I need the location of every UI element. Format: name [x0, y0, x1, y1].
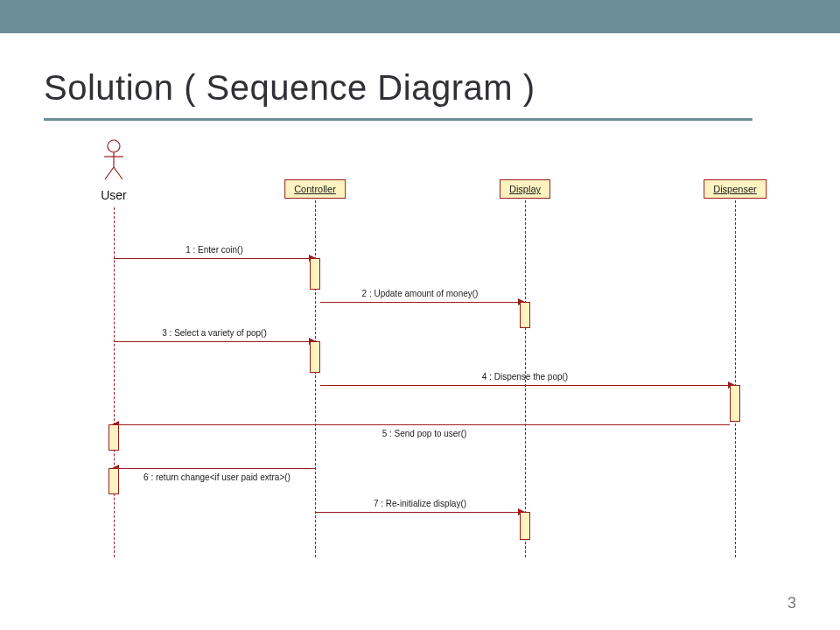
msg-2-line — [320, 302, 520, 303]
title-underline — [44, 118, 752, 121]
msg-6-label: 6 : return change<if user paid extra>() — [144, 472, 290, 482]
lifeline-dispenser — [735, 200, 736, 557]
participant-dispenser: Dispenser — [704, 179, 766, 199]
msg-3-line — [114, 341, 311, 342]
page-title: Solution ( Sequence Diagram ) — [44, 68, 535, 108]
actor-label: User — [79, 188, 149, 202]
msg-4-line — [320, 385, 730, 386]
msg-7-line — [315, 512, 520, 513]
msg-6-line — [119, 468, 315, 469]
svg-line-3 — [105, 167, 114, 179]
activation-user-2 — [108, 468, 119, 494]
activation-controller-1 — [310, 258, 320, 290]
msg-1-line — [114, 258, 311, 259]
msg-7-label: 7 : Re-initialize display() — [374, 499, 466, 508]
activation-display-2 — [520, 512, 530, 540]
activation-user-1 — [108, 424, 119, 451]
svg-line-4 — [114, 167, 122, 179]
svg-point-0 — [108, 140, 120, 152]
msg-5-line — [119, 424, 730, 425]
activation-controller-2 — [310, 341, 320, 373]
sequence-diagram: User Controller Display Dispenser 1 : En… — [61, 136, 788, 564]
msg-2-label: 2 : Update amount of money() — [362, 289, 479, 298]
msg-3-label: 3 : Select a variety of pop() — [162, 328, 267, 338]
participant-controller: Controller — [284, 179, 346, 199]
page-number: 3 — [788, 594, 796, 612]
lifeline-user — [114, 207, 115, 557]
participant-display: Display — [500, 179, 550, 199]
slide-top-bar — [0, 0, 840, 33]
activation-display-1 — [520, 302, 530, 328]
msg-1-label: 1 : Enter coin() — [186, 245, 243, 255]
msg-4-label: 4 : Dispense the pop() — [482, 372, 568, 382]
actor-icon — [102, 139, 125, 185]
msg-5-label: 5 : Send pop to user() — [382, 429, 467, 438]
activation-dispenser-1 — [730, 385, 740, 422]
